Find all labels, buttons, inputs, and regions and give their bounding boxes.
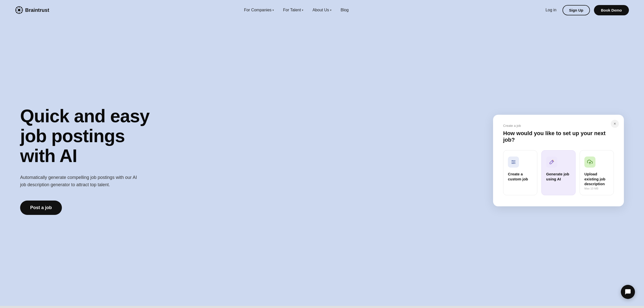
hero-section: Quick and easy job postings with AI Auto… <box>0 20 644 306</box>
upload-job-label: Upload existing job description <box>584 172 609 186</box>
hero-left: Quick and easy job postings with AI Auto… <box>20 106 161 215</box>
nav-actions: Log in Sign Up Book Demo <box>543 5 629 15</box>
card-eyebrow: Create a job <box>503 124 614 128</box>
hero-subtitle: Automatically generate compelling job po… <box>20 174 141 188</box>
card-title: How would you like to set up your next j… <box>503 130 614 143</box>
custom-job-icon-wrap <box>508 157 519 168</box>
svg-point-13 <box>512 160 513 161</box>
chevron-down-icon: ▾ <box>272 9 274 12</box>
logo-text: Braintrust <box>25 7 49 13</box>
svg-line-9 <box>17 12 18 13</box>
logo[interactable]: Braintrust <box>15 6 49 14</box>
svg-line-8 <box>21 8 22 9</box>
ai-wand-icon <box>549 159 554 165</box>
nav-links: For Companies ▾ For Talent ▾ About Us ▾ … <box>244 8 349 12</box>
logo-icon <box>15 6 23 14</box>
svg-line-7 <box>21 12 22 13</box>
upload-job-icon-wrap <box>584 157 595 168</box>
option-ai-job[interactable]: Generate job using AI <box>541 150 576 195</box>
chevron-down-icon: ▾ <box>302 9 303 12</box>
ai-job-icon-wrap <box>546 157 557 168</box>
svg-point-15 <box>512 163 513 164</box>
svg-point-14 <box>513 162 514 163</box>
login-button[interactable]: Log in <box>543 8 558 12</box>
post-job-button[interactable]: Post a job <box>20 201 62 215</box>
ai-job-label: Generate job using AI <box>546 172 571 181</box>
upload-job-text: Upload existing job description Max 10 M… <box>584 172 609 190</box>
card-close-button[interactable]: × <box>611 120 619 128</box>
ai-job-text: Generate job using AI <box>546 172 571 181</box>
chevron-down-icon: ▾ <box>330 9 332 12</box>
custom-job-label: Create a custom job <box>508 172 533 181</box>
chat-icon <box>625 289 631 295</box>
custom-job-text: Create a custom job <box>508 172 533 181</box>
chat-button[interactable] <box>621 285 635 299</box>
upload-job-sublabel: Max 10 MB <box>584 187 609 190</box>
signup-button[interactable]: Sign Up <box>562 5 590 15</box>
svg-point-19 <box>553 160 553 160</box>
nav-for-talent[interactable]: For Talent ▾ <box>283 8 303 12</box>
sliders-icon <box>511 159 516 165</box>
create-job-card: × Create a job How would you like to set… <box>493 115 624 206</box>
hero-right: × Create a job How would you like to set… <box>493 115 624 206</box>
bottom-strip <box>0 306 644 308</box>
option-custom-job[interactable]: Create a custom job <box>503 150 537 195</box>
nav-about-us[interactable]: About Us ▾ <box>312 8 332 12</box>
svg-point-1 <box>18 9 20 11</box>
hero-title: Quick and easy job postings with AI <box>20 106 161 166</box>
book-demo-button[interactable]: Book Demo <box>594 5 629 15</box>
svg-point-17 <box>553 160 554 161</box>
nav-blog[interactable]: Blog <box>341 8 349 12</box>
svg-line-6 <box>17 8 18 9</box>
nav-for-companies[interactable]: For Companies ▾ <box>244 8 274 12</box>
upload-icon <box>587 159 593 165</box>
option-upload-job[interactable]: Upload existing job description Max 10 M… <box>580 150 614 195</box>
card-options: Create a custom job <box>503 150 614 195</box>
navbar: Braintrust For Companies ▾ For Talent ▾ … <box>0 0 644 20</box>
svg-point-18 <box>554 161 554 162</box>
